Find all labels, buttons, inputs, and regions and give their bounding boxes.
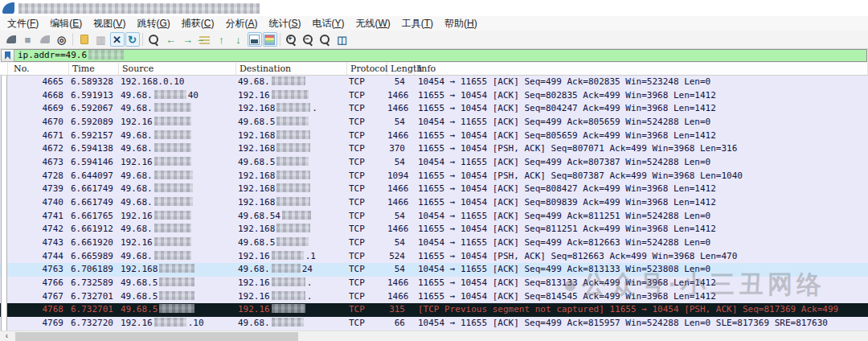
scrollbar-thumb[interactable] [15,332,298,341]
cell-destination: 192.168 [236,170,347,183]
cell-source: 49.68.40 [119,89,236,103]
find-packet-button[interactable] [146,31,162,47]
menu-item-view[interactable]: 视图(V) [88,16,131,31]
go-last-packet-button[interactable]: ↓ [231,31,247,47]
table-row[interactable]: 47406.66174949.68.192.168TCP146611655 → … [0,196,868,210]
start-capture-button[interactable] [3,31,19,47]
open-file-button[interactable] [76,31,92,47]
column-header-info[interactable]: Info [415,63,868,75]
censor-blur [154,117,191,125]
cell-time: 6.592067 [69,102,119,116]
table-row[interactable]: 46696.59206749.68.192.168.TCP146611655 →… [0,102,868,116]
filter-bookmark-button[interactable] [1,49,14,62]
display-filter-input[interactable]: ip.addr==49.6 [14,49,867,62]
go-forward-button[interactable]: → [180,31,196,47]
cell-source: 49.68. [119,223,236,236]
menu-item-tools[interactable]: 工具(T) [396,16,439,31]
table-row[interactable]: 47426.66191249.68.192.168TCP146611655 → … [0,223,868,236]
zoom-normal-button[interactable] [317,31,334,47]
column-header-destination[interactable]: Destination [236,63,347,75]
menu-item-capture[interactable]: 捕获(C) [176,16,220,31]
stop-capture-button[interactable]: ■ [20,31,36,47]
menu-item-file[interactable]: 文件(F) [2,16,44,31]
zoom-in-button[interactable]: + [284,31,300,47]
cell-destination: 192.16.1 [236,250,347,264]
column-header-time[interactable]: Time [69,63,119,75]
cell-length: 54 [387,263,415,277]
cell-destination: 192.16. [236,290,347,304]
menu-item-help[interactable]: 帮助(H) [439,16,483,31]
column-header-no[interactable]: No. [8,63,69,75]
table-row[interactable]: 46716.59215749.68.192.168TCP146611655 → … [0,129,868,143]
menu-item-edit[interactable]: 编辑(E) [44,16,88,31]
table-row[interactable]: 47676.73270149.68.5192.16.TCP146611655 →… [0,290,868,304]
cell-info: 10454 → 11655 [ACK] Seq=499 Ack=813133 W… [415,263,868,277]
horizontal-scrollbar[interactable]: ‹ [0,331,868,341]
cell-destination: 192.168. [236,102,347,116]
cell-protocol: TCP [347,303,387,317]
cell-protocol: TCP [347,156,387,170]
table-row[interactable]: 47686.73270149.68.5192.16TCP315[TCP Prev… [0,303,868,317]
cell-destination: 49.68.5 [236,236,347,250]
table-row[interactable]: 46726.59413849.68.192.168TCP37011655 → 1… [0,142,868,156]
cell-info: 11655 → 10454 [PSH, ACK] Seq=812663 Ack=… [415,250,868,264]
auto-scroll-button[interactable] [248,32,262,47]
scroll-left-arrow-icon[interactable]: ‹ [0,331,14,341]
go-first-packet-button[interactable]: ↑ [214,31,230,47]
address-prefix: 49.68. [121,170,153,181]
table-row[interactable]: 47636.706189192.16849.68.24TCP5410454 → … [0,263,868,277]
capture-options-button[interactable]: ◎ [54,31,70,47]
restart-capture-button[interactable] [37,31,53,47]
menu-item-telephony[interactable]: 电话(Y) [306,16,350,31]
censor-blur [154,237,191,246]
address-suffix: 24 [302,264,313,274]
menu-item-analyze[interactable]: 分析(A) [219,16,263,31]
cell-info: 11655 → 10454 [ACK] Seq=813133 Ack=499 W… [415,277,868,290]
cell-source: 192.16 [119,156,236,170]
go-to-packet-button[interactable] [197,31,213,47]
cell-source: 49.68. [119,129,236,143]
cell-destination: 49.68.5 [236,116,347,129]
table-row[interactable]: 47396.66174949.68.192.168TCP146611655 → … [0,183,868,196]
table-row[interactable]: 47666.73258949.68.5192.16.TCP146611655 →… [0,277,868,290]
column-header-protocol[interactable]: Protocol [347,63,387,75]
censor-blur [272,304,305,313]
cell-length: 54 [387,210,415,224]
cell-length: 54 [387,236,415,250]
table-row[interactable]: 47436.661920192.1649.68.5TCP5410454 → 11… [0,236,868,250]
censor-blur [272,264,301,273]
censor-blur [154,157,191,166]
go-back-button[interactable]: ← [163,31,179,47]
table-row[interactable]: 46706.592089192.1649.68.5TCP5410454 → 11… [0,116,868,129]
table-row[interactable]: 46736.594146192.1649.68.5TCP5410454 → 11… [0,156,868,170]
menu-item-wireless[interactable]: 无线(W) [350,16,395,31]
table-row[interactable]: 46656.589328192.168.0.1049.68.TCP5410454… [0,76,868,89]
address-prefix: 192.16 [121,117,153,127]
save-icon: ▥ [96,35,105,45]
table-row[interactable]: 47446.66598949.68.192.16.1TCP52411655 → … [0,250,868,264]
reload-file-button[interactable]: ↻ [125,32,140,47]
zoom-out-button[interactable]: − [301,31,317,47]
cell-info: 11655 → 10454 [ACK] Seq=805659 Ack=499 W… [415,129,868,143]
resize-columns-button[interactable]: ◫ [334,31,350,47]
censor-blur [276,170,310,179]
colorize-button[interactable] [263,32,277,47]
cell-protocol: TCP [347,210,387,224]
close-capture-button[interactable]: ✕ [110,32,125,47]
address-prefix: 49.68. [121,251,153,261]
table-row[interactable]: 47416.661765192.1649.68.54TCP5410454 → 1… [0,210,868,224]
table-row[interactable]: 47286.64409749.68.192.168TCP109411655 → … [0,170,868,183]
cell-time: 6.661920 [69,236,119,250]
column-header-source[interactable]: Source [119,63,236,75]
censor-blur [154,251,191,260]
table-row[interactable]: 46686.59191349.68.40192.16TCP146611655 →… [0,89,868,103]
save-file-button[interactable]: ▥ [93,31,109,47]
menu-item-statistics[interactable]: 统计(S) [263,16,306,31]
address-prefix: 192.168 [238,197,275,207]
cell-info: [TCP Previous segment not captured] 1165… [415,303,868,317]
column-header-length[interactable]: Length [387,63,415,75]
cell-time: 6.591913 [69,89,119,103]
table-row[interactable]: 47696.732720192.16.1049.68.TCP6610454 → … [0,317,868,331]
cell-destination: 49.68. [236,76,347,89]
menu-item-go[interactable]: 跳转(G) [131,16,175,31]
